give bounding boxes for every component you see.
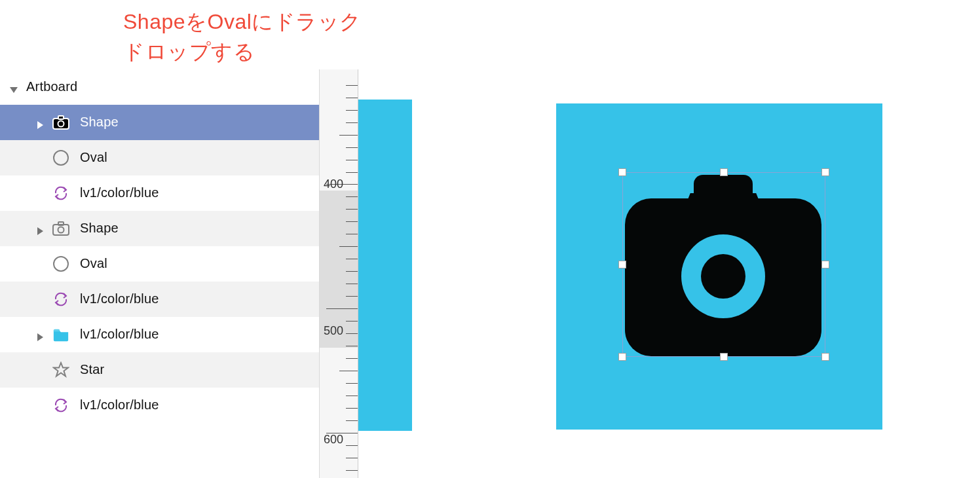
layer-label: Star <box>80 362 104 377</box>
svg-point-10 <box>54 257 68 271</box>
vertical-ruler: 400 500 600 <box>319 69 358 478</box>
layer-row-oval-2[interactable]: Oval <box>0 246 319 282</box>
annotation-text: ShapeをOvalにドラック＆ ドロップする <box>123 7 383 67</box>
svg-marker-12 <box>54 363 68 377</box>
svg-point-4 <box>58 120 64 126</box>
disclosure-triangle-icon[interactable] <box>35 224 45 233</box>
annotation-line-1: ShapeをOvalにドラック＆ <box>123 10 383 33</box>
annotation-line-2: ドロップする <box>123 40 255 64</box>
sync-icon <box>52 291 69 308</box>
svg-marker-1 <box>37 121 43 129</box>
layer-row-symbol-1[interactable]: lv1/color/blue <box>0 175 319 211</box>
selection-handle[interactable] <box>821 168 829 176</box>
svg-point-9 <box>58 227 64 232</box>
folder-icon <box>52 326 69 343</box>
selection-handle[interactable] <box>720 353 728 361</box>
layer-label: lv1/color/blue <box>80 327 159 342</box>
svg-marker-0 <box>10 87 18 93</box>
camera-shape[interactable] <box>625 175 821 356</box>
layer-label: Artboard <box>26 79 77 94</box>
layer-row-shape-1[interactable]: Shape <box>0 105 319 140</box>
ruler-label: 600 <box>324 433 343 447</box>
sync-icon <box>52 397 69 414</box>
ruler-label: 500 <box>324 324 343 338</box>
layer-row-artboard[interactable]: Artboard <box>0 69 319 105</box>
layer-label: lv1/color/blue <box>80 397 159 413</box>
layer-label: Oval <box>80 150 107 165</box>
camera-icon <box>52 114 69 131</box>
layer-label: lv1/color/blue <box>80 185 159 200</box>
svg-rect-8 <box>58 222 64 225</box>
oval-icon <box>52 149 69 166</box>
layer-label: Shape <box>80 221 119 236</box>
layer-row-shape-2[interactable]: Shape <box>0 211 319 246</box>
layer-label: Oval <box>80 256 107 271</box>
oval-icon <box>52 255 69 272</box>
layers-panel: Artboard Shape Oval lv1/color/blue <box>0 69 319 423</box>
layer-row-star[interactable]: Star <box>0 352 319 388</box>
layer-row-oval-1[interactable]: Oval <box>0 140 319 175</box>
disclosure-triangle-icon[interactable] <box>35 118 45 127</box>
sync-icon <box>52 185 69 202</box>
layer-row-folder[interactable]: lv1/color/blue <box>0 317 319 352</box>
selection-handle[interactable] <box>618 261 626 268</box>
disclosure-triangle-icon[interactable] <box>9 83 18 92</box>
artboard-edge[interactable] <box>358 100 412 431</box>
canvas[interactable] <box>358 0 980 478</box>
ruler-label: 400 <box>324 177 343 191</box>
disclosure-triangle-icon[interactable] <box>35 330 45 339</box>
svg-point-5 <box>54 151 68 165</box>
artboard[interactable] <box>556 103 882 430</box>
svg-marker-11 <box>37 333 43 341</box>
selection-handle[interactable] <box>821 353 829 361</box>
svg-marker-6 <box>37 227 43 235</box>
selection-handle[interactable] <box>720 168 728 176</box>
star-icon <box>52 361 69 378</box>
layer-label: lv1/color/blue <box>80 291 159 306</box>
layer-row-symbol-2[interactable]: lv1/color/blue <box>0 282 319 317</box>
svg-rect-7 <box>53 225 69 235</box>
layer-row-symbol-3[interactable]: lv1/color/blue <box>0 388 319 423</box>
svg-rect-3 <box>58 116 64 119</box>
selection-handle[interactable] <box>821 261 829 268</box>
camera-icon <box>52 220 69 237</box>
selection-handle[interactable] <box>618 353 626 361</box>
selection-handle[interactable] <box>618 168 626 176</box>
layer-label: Shape <box>80 115 119 130</box>
